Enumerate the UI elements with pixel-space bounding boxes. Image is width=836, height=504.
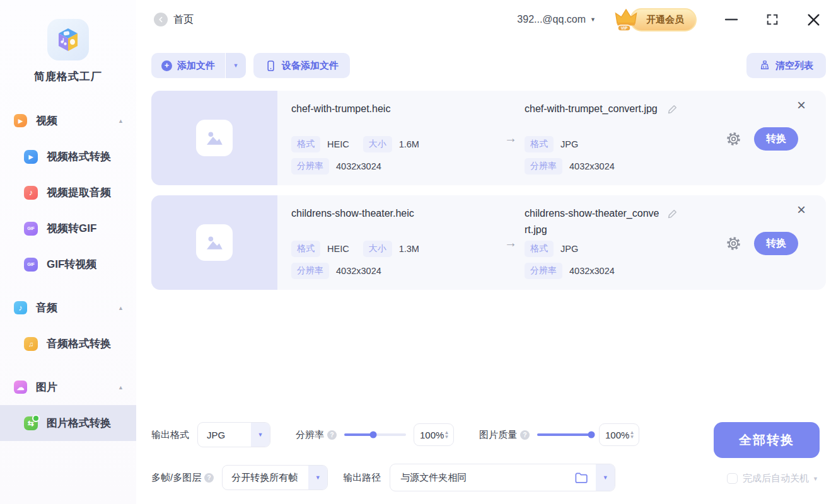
output-path-field[interactable]: 与源文件夹相同 ▼ (390, 464, 615, 491)
app-logo (47, 19, 89, 60)
resolution-slider[interactable] (344, 433, 406, 436)
sidebar-item-audio[interactable]: 音频 (0, 290, 136, 326)
sidebar-item-gif-to-video[interactable]: GIF转视频 (0, 246, 136, 282)
app-title: 简鹿格式工厂 (0, 69, 136, 84)
file-list: chef-with-trumpet.heic 格式 HEIC 大小 1.6M 分… (136, 91, 836, 300)
collapse-caret-icon[interactable] (118, 305, 124, 311)
file-settings-button[interactable] (726, 131, 741, 149)
sidebar-item-label: 视频转GIF (47, 221, 96, 236)
pencil-icon[interactable] (667, 209, 678, 219)
stepper-arrows-icon[interactable]: ▲▼ (629, 430, 634, 439)
auto-shutdown-option[interactable]: 完成后自动关机 ▼ (727, 472, 818, 484)
chevron-down-icon: ▼ (251, 423, 270, 447)
image-placeholder-icon (196, 224, 233, 261)
device-add-file-button[interactable]: 设备添加文件 (253, 53, 350, 78)
clear-list-button[interactable]: 清空列表 (746, 53, 826, 78)
sidebar-item-audio-convert[interactable]: 音频格式转换 (0, 326, 136, 362)
source-size-value: 1.6M (399, 139, 419, 149)
source-file-name: chef-with-trumpet.heic (291, 101, 468, 136)
add-file-dropdown-caret[interactable]: ▼ (226, 53, 246, 78)
output-format-value: JPG (198, 430, 251, 440)
main-area: 首页 392...@qq.com ▼ VIP 开通会员 (136, 0, 836, 504)
question-circle-icon[interactable] (327, 430, 337, 440)
chevron-down-icon[interactable]: ▼ (596, 464, 615, 491)
output-file-name: childrens-show-theater_convert.jpg (525, 205, 662, 238)
crown-icon: VIP (612, 7, 641, 32)
auto-shutdown-label: 完成后自动关机 (743, 472, 809, 484)
sidebar: 简鹿格式工厂 视频 视频格式转换 视频提取音频 视频转GIF GIF转视频 (0, 0, 136, 504)
source-resolution-value: 4032x3024 (336, 266, 381, 276)
arrow-right-icon: → (497, 91, 525, 185)
arrow-right-icon: → (497, 195, 525, 290)
source-file-info: chef-with-trumpet.heic 格式 HEIC 大小 1.6M 分… (277, 91, 497, 185)
quality-slider[interactable] (537, 433, 591, 436)
source-resolution-value: 4032x3024 (336, 161, 381, 171)
stepper-arrows-icon[interactable]: ▲▼ (444, 430, 449, 439)
output-path-label: 输出路径 (343, 472, 381, 484)
output-format-value: JPG (560, 139, 578, 149)
quality-label: 图片质量 (479, 429, 517, 441)
multiframe-select[interactable]: 分开转换所有帧 ▼ (222, 465, 328, 490)
auto-shutdown-checkbox[interactable] (727, 473, 738, 484)
file-thumbnail[interactable] (151, 91, 277, 185)
output-format-select[interactable]: JPG ▼ (197, 422, 270, 447)
sidebar-item-label: 视频提取音频 (47, 185, 111, 200)
file-settings-button[interactable] (726, 236, 741, 254)
question-circle-icon[interactable] (520, 430, 530, 440)
slider-handle[interactable] (370, 432, 377, 438)
pencil-icon[interactable] (667, 104, 678, 115)
sidebar-item-label: 音频 (36, 301, 57, 315)
slider-handle[interactable] (588, 432, 595, 438)
plus-circle-icon: + (161, 60, 172, 71)
title-bar: 首页 392...@qq.com ▼ VIP 开通会员 (136, 0, 836, 39)
source-size-value: 1.3M (399, 244, 419, 254)
resolution-stepper[interactable]: 100% ▲▼ (414, 423, 454, 446)
resolution-tag: 分辨率 (525, 158, 562, 175)
settings-panel: 输出格式 JPG ▼ 分辨率 100% ▲▼ 图片质量 (136, 422, 836, 504)
sidebar-item-label: 图片 (36, 380, 57, 394)
folder-icon[interactable] (574, 471, 588, 484)
sidebar-item-image[interactable]: 图片 (0, 369, 136, 405)
gif-to-video-icon (24, 258, 38, 272)
maximize-icon (766, 13, 779, 26)
file-thumbnail[interactable] (151, 195, 277, 290)
sidebar-item-video-extract-audio[interactable]: 视频提取音频 (0, 175, 136, 210)
sidebar-item-video-to-gif[interactable]: 视频转GIF (0, 210, 136, 246)
quality-value: 100% (605, 430, 629, 440)
sidebar-item-video[interactable]: 视频 (0, 103, 136, 139)
convert-all-button[interactable]: 全部转换 (714, 422, 820, 458)
add-file-label: 添加文件 (177, 60, 215, 72)
sidebar-item-video-convert[interactable]: 视频格式转换 (0, 139, 136, 175)
maximize-button[interactable] (766, 13, 779, 26)
resolution-tag: 分辨率 (525, 263, 562, 279)
collapse-caret-icon[interactable] (118, 118, 124, 124)
close-window-button[interactable] (806, 13, 821, 27)
app-window: 简鹿格式工厂 视频 视频格式转换 视频提取音频 视频转GIF GIF转视频 (0, 0, 836, 504)
account-email[interactable]: 392...@qq.com (517, 14, 586, 25)
source-format-value: HEIC (327, 244, 349, 254)
add-file-button[interactable]: + 添加文件 (151, 53, 225, 78)
remove-file-button[interactable]: × (793, 202, 810, 218)
sidebar-item-label: 视频 (36, 113, 57, 128)
format-tag: 格式 (291, 241, 320, 257)
convert-button[interactable]: 转换 (754, 127, 798, 151)
clear-list-label: 清空列表 (775, 60, 813, 72)
audio-icon (14, 301, 27, 314)
back-button[interactable] (154, 13, 168, 26)
gear-icon (726, 236, 741, 251)
question-circle-icon[interactable] (204, 473, 214, 483)
chevron-down-icon[interactable]: ▼ (590, 16, 596, 23)
minimize-button[interactable] (724, 13, 738, 26)
chevron-down-icon[interactable]: ▼ (813, 476, 818, 482)
minimize-icon (724, 13, 738, 26)
phone-icon (265, 59, 277, 72)
convert-button[interactable]: 转换 (754, 232, 798, 255)
vip-upgrade-button[interactable]: VIP 开通会员 (612, 7, 697, 32)
sidebar-item-image-convert[interactable]: 图片格式转换 (0, 405, 136, 441)
image-convert-icon (24, 416, 38, 430)
quality-stepper[interactable]: 100% ▲▼ (599, 423, 639, 446)
collapse-caret-icon[interactable] (118, 384, 124, 391)
remove-file-button[interactable]: × (793, 97, 810, 113)
output-file-name: chef-with-trumpet_convert.jpg (525, 101, 662, 117)
multiframe-label: 多帧/多图层 (151, 472, 201, 484)
